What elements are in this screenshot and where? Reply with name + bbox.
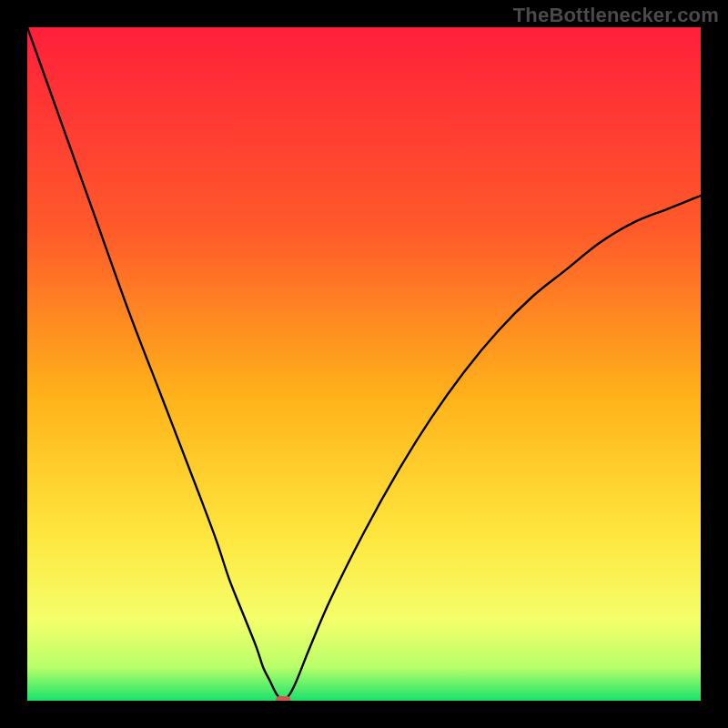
plot-area	[27, 27, 701, 701]
bottleneck-chart-svg	[27, 27, 701, 701]
chart-frame: TheBottlenecker.com	[0, 0, 728, 728]
watermark-text: TheBottlenecker.com	[513, 4, 719, 27]
gradient-background	[27, 27, 701, 701]
optimal-point-marker	[276, 696, 290, 701]
